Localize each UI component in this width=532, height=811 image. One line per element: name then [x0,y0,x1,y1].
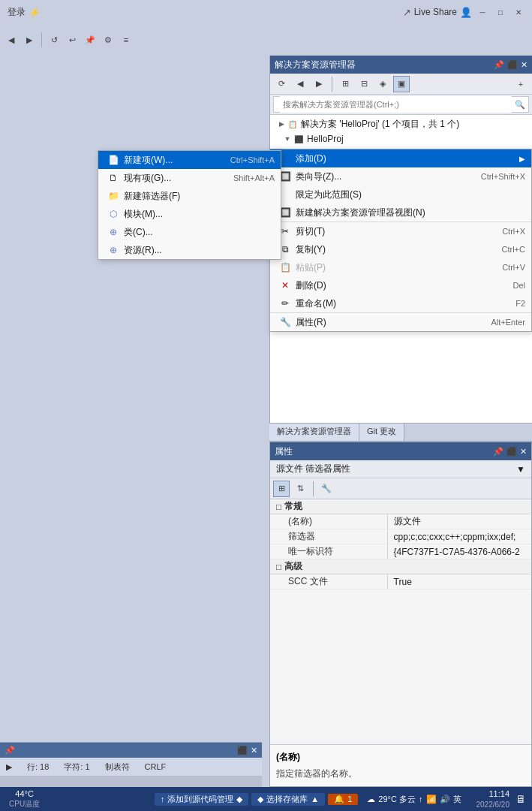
props-source-label: 源文件 筛选器属性 ▼ [270,460,531,478]
tab-solution-explorer[interactable]: 解决方案资源管理器 [269,424,359,441]
props-dropdown-icon[interactable]: ▼ [516,464,525,475]
props-toolbar-wrench[interactable]: 🔧 [318,481,335,497]
status-pill-repo-arrow: ▲ [311,794,319,803]
sol-toolbar-filter[interactable]: ⊟ [356,76,372,92]
solution-icon: 📋 [287,118,299,130]
ctx-props-icon: 🔧 [279,316,291,328]
props-filter-label: 筛选器 [270,529,388,544]
tree-item-helloproj[interactable]: ▼ ⬛ HelloProj [270,131,532,146]
toolbar-btn-settings[interactable]: ⚙ [100,32,116,48]
props-name-label: (名称) [270,514,388,529]
sol-toolbar-forward[interactable]: ▶ [311,76,327,92]
status-bar-left: 44°C CPU温度 [0,789,155,808]
sol-close-icon[interactable]: ✕ [521,60,527,70]
ctx-shortcut-cut: Ctrl+X [502,227,525,236]
status-pill-repo-diamond: ◆ [257,794,263,804]
pin-icon[interactable]: 📌 [494,60,504,70]
tree-item-solution[interactable]: ▶ 📋 解决方案 'HelloProj' (1 个项目，共 1 个) [270,116,532,131]
ctx-shortcut-copy: Ctrl+C [502,245,525,254]
float-icon[interactable]: ⬛ [507,60,518,70]
solution-search-input[interactable] [280,96,512,113]
sol-toolbar-sync[interactable]: ⟳ [273,76,290,92]
props-float-icon[interactable]: ⬛ [506,447,517,457]
ctx-shortcut-wizard: Ctrl+Shift+X [481,172,525,181]
bottom-panel-close[interactable]: ✕ [251,746,257,755]
ctx-existing-icon: 🗋 [107,172,119,184]
status-row-crlf: CRLF [145,762,167,771]
ctx-left-resource[interactable]: ⊕ 资源(R)... [98,241,281,259]
ctx-left-new-item[interactable]: 📄 新建项(W)... Ctrl+Shift+A [98,151,281,169]
properties-title: 属性 [275,445,293,458]
tree-label-solution: 解决方案 'HelloProj' (1 个项目，共 1 个) [301,118,459,131]
status-pill-select-repo[interactable]: ◆ 选择存储库 ▲ [251,793,325,806]
minimize-button[interactable]: ─ [475,5,490,20]
context-menu-left: 📄 新建项(W)... Ctrl+Shift+A 🗋 现有项(G)... Shi… [98,150,281,260]
bottom-panel-pin[interactable]: 📌 [5,746,15,755]
bottom-panel-float[interactable]: ⬛ [237,746,248,755]
close-button[interactable]: ✕ [511,5,526,20]
ctx-left-filter[interactable]: 📁 新建筛选器(F) [98,187,281,205]
ctx-item-wizard[interactable]: 🔲 类向导(Z)... Ctrl+Shift+X [270,167,531,185]
tab-git-changes[interactable]: Git 更改 [359,424,404,441]
sol-toolbar-back[interactable]: ◀ [292,76,308,92]
props-section-collapse-icon[interactable]: □ [276,502,281,512]
status-bar: 44°C CPU温度 ↑ 添加到源代码管理 ◆ ◆ 选择存储库 ▲ 🔔 1 ☁ … [0,787,532,811]
status-pill-add-diamond: ◆ [236,794,242,804]
ctx-item-scope[interactable]: 限定为此范围(S) [270,185,531,204]
status-datetime: 11:14 2022/6/20 [476,788,510,809]
props-toolbar-categories[interactable]: ⊞ [273,481,290,497]
props-source-text: 源文件 筛选器属性 [276,463,350,475]
props-section-general-label: 常规 [284,500,302,513]
props-table: □ 常规 (名称) 源文件 筛选器 cpp;c;cc;cxx;c++;cppm;… [270,499,531,744]
ctx-label-props: 属性(R) [296,316,326,329]
props-section-advanced-collapse-icon[interactable]: □ [276,562,281,572]
toolbar-btn-pin[interactable]: 📌 [82,32,98,48]
toolbar-btn-stop[interactable]: ↩ [64,32,80,48]
cpu-temp-value: 44°C [15,789,34,799]
toolbar-btn-list[interactable]: ≡ [118,32,134,48]
restore-button[interactable]: □ [493,5,508,20]
ctx-left-label-class: 类(C)... [124,226,153,239]
status-date: 2022/6/20 [476,800,510,809]
props-scc-value: True [388,574,531,589]
ctx-item-props[interactable]: 🔧 属性(R) Alt+Enter [270,313,531,331]
sol-toolbar-preview[interactable]: ◈ [374,76,391,92]
weather-icon: ☁ [367,794,375,804]
toolbar-btn-refresh[interactable]: ↺ [46,32,62,48]
status-row-right-arrow: ▶ [6,762,12,772]
toolbar-btn-back[interactable]: ◀ [3,32,20,48]
props-close-icon[interactable]: ✕ [520,447,527,457]
status-notification-icon[interactable]: 🖥 [515,793,526,805]
ctx-item-paste[interactable]: 📋 粘贴(P) Ctrl+V [270,258,531,276]
props-row-filter: 筛选器 cpp;c;cc;cxx;c++;cppm;ixx;def; [270,529,531,544]
toolbar-btn-forward[interactable]: ▶ [21,32,38,48]
status-cpu-temp: 44°C CPU温度 [9,789,40,808]
liveshare-label[interactable]: Live Share [414,7,457,17]
props-toolbar-sort[interactable]: ⇅ [292,481,308,497]
ctx-left-class[interactable]: ⊕ 类(C)... [98,223,281,241]
props-desc-title: (名称) [276,751,525,764]
ctx-left-existing[interactable]: 🗋 现有项(G)... Shift+Alt+A [98,169,281,187]
ctx-shortcut-paste: Ctrl+V [502,263,525,272]
ctx-item-cut[interactable]: ✂ 剪切(T) Ctrl+X [270,222,531,240]
ctx-item-rename[interactable]: ✏ 重命名(M) F2 [270,294,531,312]
ctx-left-shortcut-new: Ctrl+Shift+A [230,155,275,164]
sound-icon: 🔊 [440,794,450,804]
toolbar-divider1 [41,32,42,47]
ctx-item-delete[interactable]: ✕ 删除(D) Del [270,276,531,294]
ctx-left-module[interactable]: ⬡ 模块(M)... [98,205,281,223]
props-guid-label: 唯一标识符 [270,544,388,559]
solution-explorer-toolbar: ⟳ ◀ ▶ ⊞ ⊟ ◈ ▣ + [270,74,532,95]
bottom-tab-bar: 解决方案资源管理器 Git 更改 [269,424,532,442]
sol-toolbar-props[interactable]: ⊞ [337,76,353,92]
sol-toolbar-add[interactable]: + [512,76,529,92]
project-icon: ⬛ [293,133,305,145]
login-label[interactable]: 登录 [8,6,26,19]
ctx-item-add[interactable]: 添加(D) ▶ [270,149,531,167]
status-pill-add-to-vcs[interactable]: ↑ 添加到源代码管理 ◆ [155,793,249,806]
ctx-item-newview[interactable]: 🔲 新建解决方案资源管理器视图(N) [270,204,531,222]
sol-toolbar-active[interactable]: ▣ [393,76,410,92]
props-pin-icon[interactable]: 📌 [493,447,503,457]
status-pill-notification[interactable]: 🔔 1 [328,794,358,805]
ctx-item-copy[interactable]: ⧉ 复制(Y) Ctrl+C [270,240,531,258]
